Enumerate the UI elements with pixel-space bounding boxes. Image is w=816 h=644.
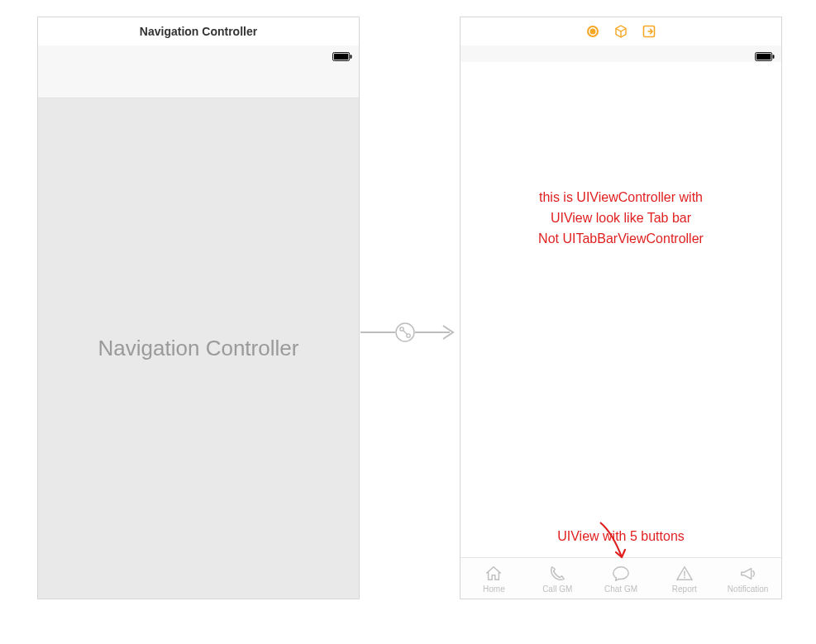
annotation-line: this is UIViewController with — [460, 188, 781, 208]
scene-title-bar — [460, 17, 781, 45]
navigation-controller-placeholder-label: Navigation Controller — [98, 336, 299, 361]
tab-home[interactable]: Home — [462, 565, 526, 594]
svg-point-16 — [684, 577, 685, 579]
home-icon — [484, 565, 503, 583]
navigation-bar — [38, 62, 359, 98]
view-controller-body: this is UIViewController with UIView loo… — [460, 62, 781, 557]
scene-title: Navigation Controller — [140, 25, 257, 38]
logout-icon — [642, 25, 656, 38]
svg-point-9 — [587, 26, 599, 37]
view-controller-scene[interactable]: this is UIViewController with UIView loo… — [460, 17, 782, 599]
phone-icon — [547, 565, 567, 583]
annotation-line: Not UITabBarViewController — [460, 229, 781, 250]
annotation-line: UIView look like Tab bar — [460, 208, 781, 229]
battery-icon — [332, 50, 352, 59]
status-bar — [38, 45, 359, 62]
tab-label: Notification — [728, 584, 768, 594]
svg-rect-1 — [334, 53, 348, 59]
tab-label: Call GM — [542, 584, 572, 594]
annotation-bottom: UIView with 5 buttons — [460, 529, 781, 544]
tab-notification[interactable]: Notification — [716, 565, 780, 594]
navigation-controller-scene[interactable]: Navigation Controller Navigation Control… — [37, 17, 360, 599]
tab-label: Report — [672, 584, 697, 594]
scene-title-bar: Navigation Controller — [38, 17, 359, 45]
svg-rect-13 — [756, 53, 771, 59]
chat-icon — [611, 565, 631, 583]
cube-icon — [614, 25, 628, 38]
tab-chat-gm[interactable]: Chat GM — [589, 565, 653, 594]
status-bar — [460, 45, 781, 62]
battery-icon — [755, 50, 775, 59]
tab-call-gm[interactable]: Call GM — [526, 565, 589, 594]
segue-arrow[interactable] — [360, 322, 460, 342]
custom-tab-bar: Home Call GM Chat GM Report — [460, 557, 781, 599]
navigation-controller-body: Navigation Controller — [38, 98, 359, 599]
svg-rect-14 — [773, 55, 775, 59]
tab-label: Home — [483, 584, 505, 594]
tab-report[interactable]: Report — [652, 565, 716, 594]
storyboard-canvas: Navigation Controller Navigation Control… — [0, 0, 816, 644]
svg-rect-2 — [351, 55, 352, 59]
megaphone-icon — [738, 565, 758, 583]
warning-icon — [675, 565, 694, 583]
tab-label: Chat GM — [604, 584, 637, 594]
coin-icon — [586, 25, 599, 38]
annotation-main: this is UIViewController with UIView loo… — [460, 188, 781, 249]
